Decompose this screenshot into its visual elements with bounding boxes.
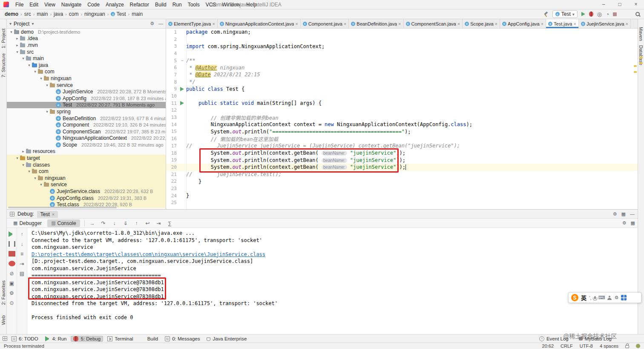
toolwindow-button-5-debug[interactable]: 5: Debug [71, 336, 103, 342]
chevron-down-icon[interactable]: ▾ [32, 21, 34, 26]
coverage-button[interactable]: ◎ [597, 12, 602, 17]
tree-item-juejinservice[interactable]: cJuejinService2022/8/22 20:28, 272 B Mom… [7, 88, 166, 95]
close-icon[interactable]: × [457, 21, 460, 26]
project-panel-title[interactable]: Project [14, 21, 29, 27]
editor-tab-juejinservice-java[interactable]: cJuejinService.java× [579, 19, 631, 28]
breadcrumb-item-com[interactable]: com [68, 11, 80, 17]
tree-item-service[interactable]: ▾service [7, 182, 166, 188]
tree-expanded-icon[interactable]: ▾ [14, 156, 20, 160]
tree-item-ningxuan[interactable]: ▾ningxuan [7, 175, 166, 182]
status-crlf[interactable]: CRLF [561, 343, 573, 349]
status-utf-8[interactable]: UTF-8 [580, 343, 593, 349]
tree-item-component[interactable]: cComponent2022/8/22 19:10, 326 B 24 minu… [7, 121, 166, 128]
resume-icon[interactable] [9, 231, 15, 237]
horizontal-scrollbar[interactable] [8, 207, 117, 208]
view-breakpoints-icon[interactable] [9, 261, 15, 266]
close-icon[interactable]: × [574, 21, 576, 26]
tree-item-juejinservice-class[interactable]: cJuejinService.class2022/8/22 20:28, 632… [7, 188, 166, 195]
code-line-9[interactable]: 9public class Test { [166, 86, 638, 93]
console[interactable]: C:\Users\My\.jdks\corretto-1.8.0_312\bin… [27, 228, 638, 334]
code-line-20[interactable]: 20 System.out.println(context.getBean( b… [166, 164, 638, 171]
ime-grid-icon[interactable] [621, 295, 627, 300]
step-over-icon[interactable]: ↷ [100, 220, 107, 226]
minimize-button[interactable]: – [595, 0, 612, 9]
pause-icon[interactable] [9, 241, 15, 247]
code-line-4[interactable]: 4 [166, 50, 638, 57]
code-line-19[interactable]: 19 System.out.println(context.getBean( b… [166, 156, 638, 164]
status-20-62[interactable]: 20:62 [542, 343, 554, 349]
hide-panel-icon[interactable]: ― [630, 212, 635, 216]
toolwindow-button-terminal[interactable]: Terminal [105, 336, 135, 342]
close-icon[interactable]: × [495, 21, 497, 26]
tool-button-7-structure[interactable]: 7: Structure [1, 53, 6, 78]
close-icon[interactable]: × [295, 21, 298, 26]
drop-frame-icon[interactable]: ↩ [144, 220, 151, 226]
microphone-icon[interactable] [594, 296, 596, 299]
tool-window-switcher-icon[interactable] [3, 336, 7, 341]
code-line-11[interactable]: 11 public static void main(String[] args… [166, 100, 638, 107]
menu-item-file[interactable]: File [12, 2, 26, 8]
close-icon[interactable]: × [52, 212, 55, 217]
tree-expanded-icon[interactable]: ▾ [38, 76, 44, 81]
debug-session-tab[interactable]: Test × [37, 211, 58, 218]
breadcrumb-item-main[interactable]: main [130, 11, 144, 17]
editor-tab-elementtype-java[interactable]: cElementType.java× [166, 19, 218, 28]
menu-item-navigate[interactable]: Navigate [58, 2, 84, 8]
tree-item-java[interactable]: ▾java [7, 62, 166, 69]
step-up-icon[interactable]: ↑ [19, 231, 26, 237]
code-line-12[interactable]: 12 [166, 107, 638, 114]
editor-tab-component-java[interactable]: cComponent.java× [301, 19, 349, 28]
editor-tab-beandefinition-java[interactable]: cBeanDefinition.java× [349, 19, 403, 28]
code-line-6[interactable]: 6 * @Author ningxuan [166, 64, 638, 71]
code-line-10[interactable]: 10 [166, 92, 638, 100]
tree-item-src[interactable]: ▾src [7, 49, 166, 55]
code-line-7[interactable]: 7 * @Date 2022/8/21 22:15 [166, 71, 638, 78]
ime-language-mode[interactable]: 英 [581, 294, 586, 302]
breadcrumb-item-demo[interactable]: demo [3, 11, 20, 17]
step-out-icon[interactable]: ↑ [133, 220, 140, 226]
run-line-icon[interactable] [180, 87, 184, 91]
debug-button[interactable] [589, 12, 593, 17]
mute-breakpoints-icon[interactable]: ⊘ [9, 271, 15, 276]
tab-console[interactable]: ▥ Console [47, 219, 80, 227]
close-button[interactable]: × [628, 0, 644, 9]
tree-item-componentscan[interactable]: cComponentScan2022/8/22 19:07, 385 B 23 … [7, 128, 166, 135]
code-line-14[interactable]: 14 NingxuanApplicationContext context = … [166, 121, 638, 128]
tree-expanded-icon[interactable]: ▾ [14, 50, 20, 54]
tree-item-resources[interactable]: ▸resources [7, 148, 166, 155]
tree-expanded-icon[interactable]: ▾ [26, 169, 32, 173]
code-line-17[interactable]: 17// JuejinService juejinService = (Juej… [166, 142, 638, 150]
fold-icon[interactable]: − [181, 58, 183, 63]
close-icon[interactable]: × [541, 21, 543, 26]
breadcrumb-item-src[interactable]: src [23, 11, 32, 17]
editor-tab-appconfig-java[interactable]: cAppConfig.java× [500, 19, 546, 28]
tree-expanded-icon[interactable]: ▾ [44, 83, 50, 87]
screenshot-icon[interactable]: ▣ [9, 280, 15, 286]
gear-icon[interactable]: ⚙ [613, 212, 617, 216]
close-icon[interactable]: × [398, 21, 401, 26]
settings-icon[interactable]: ⚙ [622, 221, 627, 225]
breadcrumb-item-main[interactable]: main [35, 11, 49, 17]
tree-expanded-icon[interactable]: ▾ [9, 30, 14, 34]
tree-item-appconfig[interactable]: cAppConfig2022/8/22 19:08, 187 B 23 minu… [7, 95, 166, 102]
hide-panel-icon[interactable]: ― [158, 21, 163, 26]
menu-item-edit[interactable]: Edit [26, 2, 41, 8]
code-line-16[interactable]: 16 // 懒加载的bean在这里加载 [166, 135, 638, 142]
build-hammer-icon[interactable] [543, 12, 549, 17]
menu-item-view[interactable]: View [41, 2, 58, 8]
menu-item-code[interactable]: Code [84, 2, 103, 8]
code-line-1[interactable]: 1package com.ningxuan; [166, 29, 638, 36]
editor-tab-componentscan-java[interactable]: cComponentScan.java× [404, 19, 463, 28]
force-step-into-icon[interactable]: ⇓ [122, 220, 129, 226]
status-4-spaces[interactable]: 4 spaces [600, 343, 618, 349]
run-config-selector[interactable]: c Test ▾ [552, 10, 578, 18]
tree-item-main[interactable]: ▾main [7, 55, 166, 62]
run-to-cursor-icon[interactable]: ⇥ [155, 220, 162, 226]
pin-icon[interactable]: ⊙ [9, 300, 15, 306]
tree-item-demo[interactable]: ▾demoD:\project-test\demo [7, 29, 166, 35]
menu-item-refactor[interactable]: Refactor [127, 2, 152, 8]
close-icon[interactable]: × [344, 21, 346, 26]
tree-item-scope[interactable]: cScope2022/8/22 19:46, 322 B 32 minutes … [7, 141, 166, 148]
code-line-24[interactable]: 24} [166, 192, 638, 199]
tree-expanded-icon[interactable]: ▾ [20, 163, 26, 167]
